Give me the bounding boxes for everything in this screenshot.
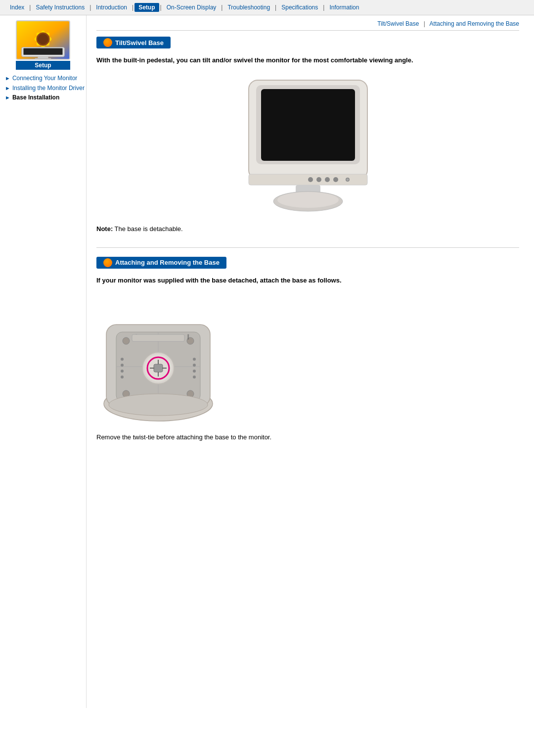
page-layout: Setup ► Connecting Your Monitor ► Instal…: [0, 15, 534, 708]
svg-point-15: [308, 177, 313, 182]
svg-point-17: [325, 177, 330, 182]
section2-dot-icon: [103, 258, 112, 267]
svg-point-36: [121, 376, 124, 378]
svg-point-39: [193, 370, 196, 373]
nav-osd[interactable]: On-Screen Display: [163, 4, 221, 11]
svg-point-38: [193, 364, 196, 367]
arrow-icon-base: ►: [5, 94, 10, 100]
svg-text:∥: ∥: [187, 333, 190, 340]
section2-intro: If your monitor was supplied with the ba…: [96, 276, 519, 285]
base-link[interactable]: Base Installation: [12, 94, 59, 102]
section1-title: Tilt/Swivel Base: [115, 39, 164, 47]
note-text: The base is detachable.: [115, 225, 183, 233]
remove-note: Remove the twist-tie before attaching th…: [96, 433, 519, 441]
svg-point-16: [316, 177, 321, 182]
svg-rect-10: [35, 58, 51, 59]
logo-image: [16, 20, 70, 60]
svg-rect-8: [23, 48, 62, 54]
svg-point-18: [333, 177, 338, 182]
crt-monitor-svg: [234, 75, 382, 214]
sidebar-nav: ► Connecting Your Monitor ► Installing t…: [0, 75, 86, 102]
breadcrumb-tilt[interactable]: Tilt/Swivel Base: [377, 20, 419, 27]
nav-specifications[interactable]: Specifications: [277, 4, 322, 11]
note-label: Note:: [96, 225, 113, 233]
base-svg: ∥ ∥: [96, 295, 220, 424]
svg-point-37: [193, 358, 196, 361]
section1-dot-icon: [103, 38, 112, 47]
breadcrumb-attaching[interactable]: Attaching and Removing the Base: [430, 20, 519, 27]
driver-link[interactable]: Installing the Monitor Driver: [12, 85, 85, 93]
sidebar-item-driver[interactable]: ► Installing the Monitor Driver: [5, 85, 86, 93]
nav-setup-active[interactable]: Setup: [134, 3, 159, 12]
section1-header-box: Tilt/Swivel Base: [96, 37, 171, 48]
svg-point-33: [121, 358, 124, 361]
section1-header-container: Tilt/Swivel Base: [96, 37, 519, 48]
arrow-icon-connecting: ►: [5, 75, 10, 81]
nav-index[interactable]: Index: [6, 4, 28, 11]
svg-rect-13: [261, 89, 355, 161]
svg-point-35: [121, 370, 124, 373]
svg-point-23: [277, 192, 339, 208]
section1-intro: With the built-in pedestal, you can tilt…: [96, 55, 519, 65]
sidebar: Setup ► Connecting Your Monitor ► Instal…: [0, 15, 87, 708]
section2-header-box: Attaching and Removing the Base: [96, 257, 226, 269]
note-box: Note: The base is detachable.: [96, 225, 519, 233]
connecting-link[interactable]: Connecting Your Monitor: [12, 75, 77, 83]
svg-rect-51: [132, 334, 184, 341]
base-image-container: ∥ ∥: [96, 295, 519, 424]
svg-point-6: [38, 34, 48, 44]
breadcrumb: Tilt/Swivel Base | Attaching and Removin…: [96, 20, 519, 31]
section2-title: Attaching and Removing the Base: [115, 259, 220, 266]
svg-rect-44: [154, 364, 163, 372]
section2-header-container: Attaching and Removing the Base: [96, 257, 519, 269]
svg-point-52: [109, 394, 208, 416]
navbar: Index | Safety Instructions | Introducti…: [0, 0, 534, 15]
section-divider: [96, 247, 519, 248]
sidebar-logo: Setup: [0, 20, 86, 70]
nav-troubleshooting[interactable]: Troubleshooting: [223, 4, 274, 11]
arrow-icon-driver: ►: [5, 85, 10, 91]
sidebar-item-connecting[interactable]: ► Connecting Your Monitor: [5, 75, 86, 83]
svg-point-20: [346, 178, 349, 181]
main-content: Tilt/Swivel Base | Attaching and Removin…: [87, 15, 534, 456]
svg-point-29: [123, 337, 130, 344]
nav-safety[interactable]: Safety Instructions: [32, 4, 89, 11]
monitor-image: [234, 75, 382, 215]
svg-point-34: [121, 364, 124, 367]
nav-introduction[interactable]: Introduction: [92, 4, 131, 11]
sidebar-item-base[interactable]: ► Base Installation: [5, 94, 86, 102]
sidebar-logo-label: Setup: [16, 61, 70, 70]
monitor-image-container: [96, 75, 519, 215]
svg-point-40: [193, 376, 196, 378]
nav-information[interactable]: Information: [325, 4, 363, 11]
